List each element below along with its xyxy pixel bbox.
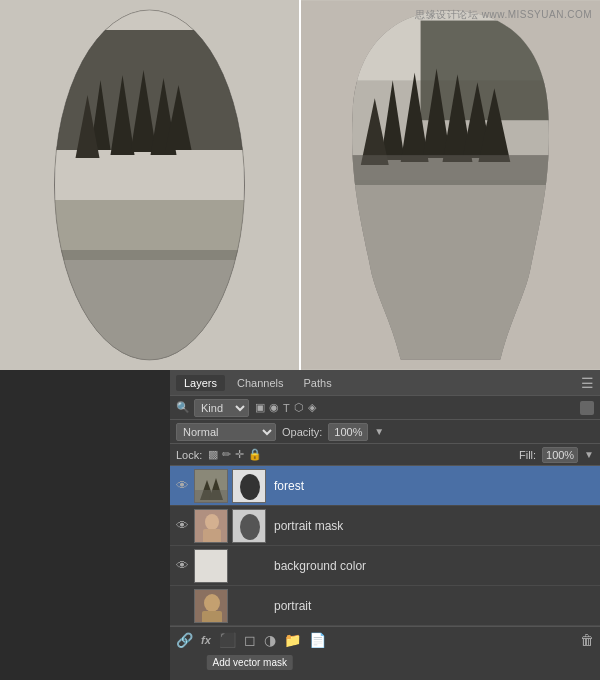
layer-row-background[interactable]: 👁 background color — [170, 546, 600, 586]
layer-mask-background-empty — [232, 549, 266, 583]
layer-row-portrait-mask[interactable]: 👁 portrait mask — [170, 506, 600, 546]
svg-point-38 — [240, 514, 260, 540]
left-spacer — [0, 370, 170, 680]
layers-panel: Layers Channels Paths ☰ 🔍 Kind ▣ ◉ T ⬡ ◈ — [170, 370, 600, 680]
filter-toggle[interactable] — [580, 401, 594, 415]
layer-mask-forest — [232, 469, 266, 503]
filter-row: 🔍 Kind ▣ ◉ T ⬡ ◈ — [170, 396, 600, 420]
visibility-eye-forest[interactable]: 👁 — [174, 478, 190, 494]
tab-channels[interactable]: Channels — [229, 375, 291, 391]
delete-layer-icon[interactable]: 🗑 — [580, 632, 594, 648]
tab-paths[interactable]: Paths — [296, 375, 340, 391]
panels-row: Layers Channels Paths ☰ 🔍 Kind ▣ ◉ T ⬡ ◈ — [0, 370, 600, 680]
layer-name-portrait-mask: portrait mask — [270, 519, 596, 533]
visibility-eye-portrait-mask[interactable]: 👁 — [174, 518, 190, 534]
visibility-eye-background[interactable]: 👁 — [174, 558, 190, 574]
filter-icons: ▣ ◉ T ⬡ ◈ — [255, 401, 316, 414]
opacity-input[interactable]: 100% — [328, 423, 368, 441]
layer-mask-portrait-mask — [232, 509, 266, 543]
lock-row: Lock: ▩ ✏ ✛ 🔒 Fill: 100% ▼ — [170, 444, 600, 466]
bottom-toolbar: 🔗 fx ⬛ ◻ Add vector mask ◑ 📁 📄 🗑 — [170, 626, 600, 652]
svg-point-33 — [240, 474, 260, 500]
pixel-filter-icon[interactable]: ▣ — [255, 401, 265, 414]
opacity-arrow[interactable]: ▼ — [374, 426, 384, 437]
layer-row-portrait[interactable]: 👁 portrait — [170, 586, 600, 626]
lock-icons-group: ▩ ✏ ✛ 🔒 — [208, 448, 262, 461]
canvas-right: 思缘设计论坛 www.MISSYUAN.COM — [301, 0, 600, 370]
tab-layers[interactable]: Layers — [176, 375, 225, 391]
lock-label: Lock: — [176, 449, 202, 461]
lock-move-icon[interactable]: ✛ — [235, 448, 244, 461]
layer-thumb-background — [194, 549, 228, 583]
smart-filter-icon[interactable]: ◈ — [308, 401, 316, 414]
blend-mode-row: Normal Opacity: 100% ▼ — [170, 420, 600, 444]
panel-tabs-bar: Layers Channels Paths ☰ — [170, 370, 600, 396]
blend-mode-select[interactable]: Normal — [176, 423, 276, 441]
canvas-left — [0, 0, 301, 370]
watermark: 思缘设计论坛 www.MISSYUAN.COM — [415, 8, 592, 22]
layer-thumb-forest — [194, 469, 228, 503]
layer-row-forest[interactable]: 👁 forest — [170, 466, 600, 506]
kind-select[interactable]: Kind — [194, 399, 249, 417]
create-group-icon[interactable]: 📁 — [284, 632, 301, 648]
lock-paint-icon[interactable]: ✏ — [222, 448, 231, 461]
layer-thumb-portrait — [194, 589, 228, 623]
app-window: 思缘设计论坛 www.MISSYUAN.COM Layers Channels … — [0, 0, 600, 680]
layer-name-forest: forest — [270, 479, 596, 493]
tabs-group: Layers Channels Paths — [176, 375, 340, 391]
svg-point-35 — [205, 514, 219, 530]
canvas-area: 思缘设计论坛 www.MISSYUAN.COM — [0, 0, 600, 370]
layer-thumb-portrait-mask — [194, 509, 228, 543]
adjustment-filter-icon[interactable]: ◉ — [269, 401, 279, 414]
shape-filter-icon[interactable]: ⬡ — [294, 401, 304, 414]
add-vector-mask-container: ◻ Add vector mask — [244, 632, 256, 648]
add-mask-icon[interactable]: ⬛ — [219, 632, 236, 648]
fill-label: Fill: — [519, 449, 536, 461]
svg-rect-42 — [202, 611, 222, 623]
add-adjustment-icon[interactable]: ◑ — [264, 632, 276, 648]
text-filter-icon[interactable]: T — [283, 402, 290, 414]
lock-transparency-icon[interactable]: ▩ — [208, 448, 218, 461]
fx-icon[interactable]: fx — [201, 634, 211, 646]
svg-rect-39 — [195, 550, 228, 583]
svg-rect-31 — [195, 490, 228, 503]
svg-rect-36 — [203, 529, 221, 543]
layer-name-background: background color — [270, 559, 596, 573]
new-layer-icon[interactable]: 📄 — [309, 632, 326, 648]
fill-input[interactable]: 100% — [542, 447, 578, 463]
layer-mask-portrait-empty — [232, 589, 266, 623]
search-icon: 🔍 — [176, 401, 190, 414]
visibility-eye-portrait[interactable]: 👁 — [174, 598, 190, 614]
add-vector-mask-tooltip: Add vector mask — [207, 655, 293, 670]
opacity-label: Opacity: — [282, 426, 322, 438]
layer-name-portrait: portrait — [270, 599, 596, 613]
add-vector-mask-icon[interactable]: ◻ — [244, 632, 256, 648]
fill-arrow[interactable]: ▼ — [584, 449, 594, 460]
svg-point-41 — [204, 594, 220, 612]
panel-menu-icon[interactable]: ☰ — [581, 375, 594, 391]
link-icon[interactable]: 🔗 — [176, 632, 193, 648]
lock-all-icon[interactable]: 🔒 — [248, 448, 262, 461]
